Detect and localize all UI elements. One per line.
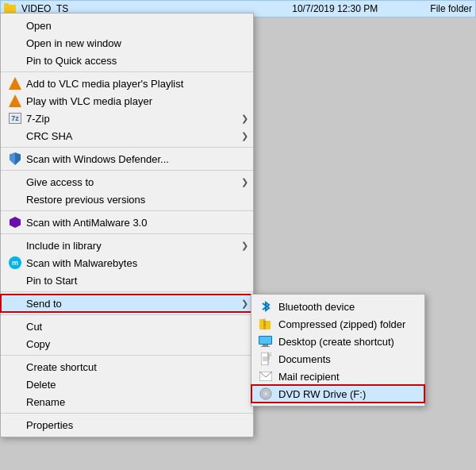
svg-rect-9 — [261, 346, 270, 347]
separator-9 — [1, 413, 253, 414]
mail-label: Mail recipient — [278, 371, 340, 383]
crc-sha-icon — [7, 129, 23, 142]
include-library-icon — [7, 239, 23, 252]
pin-quick-access-icon — [7, 54, 23, 67]
mail-icon — [258, 370, 274, 383]
svg-rect-6 — [263, 324, 266, 326]
vlc-playlist-icon — [7, 77, 23, 90]
submenu-item-compressed[interactable]: Compressed (zipped) folder — [251, 315, 424, 333]
crc-sha-label: CRC SHA — [26, 130, 234, 142]
separator-1 — [1, 71, 253, 72]
restore-versions-label: Restore previous versions — [26, 194, 234, 206]
malwarebytes-icon: m — [7, 256, 23, 269]
scan-defender-label: Scan with Windows Defender... — [26, 153, 234, 165]
file-type: File folder — [430, 3, 472, 14]
open-new-window-label: Open in new window — [26, 37, 234, 49]
menu-item-properties[interactable]: Properties — [1, 416, 253, 433]
add-vlc-playlist-label: Add to VLC media player's Playlist — [26, 78, 234, 90]
separator-5 — [1, 233, 253, 234]
svg-point-19 — [264, 392, 267, 395]
crc-sha-arrow: ❯ — [241, 131, 248, 141]
desktop-shortcut-icon — [258, 335, 274, 348]
include-library-arrow: ❯ — [241, 241, 248, 251]
pin-quick-access-label: Pin to Quick access — [26, 55, 234, 67]
svg-rect-8 — [263, 345, 268, 346]
separator-4 — [1, 210, 253, 211]
send-to-arrow: ❯ — [241, 299, 248, 309]
cut-icon — [7, 320, 23, 333]
pin-start-label: Pin to Start — [26, 275, 234, 287]
menu-item-delete[interactable]: Delete — [1, 376, 253, 393]
properties-icon — [7, 418, 23, 431]
7zip-arrow: ❯ — [241, 114, 248, 124]
menu-item-send-to[interactable]: Send to ❯ — [1, 295, 253, 312]
menu-item-copy[interactable]: Copy — [1, 335, 253, 352]
send-to-icon — [7, 297, 23, 310]
menu-item-scan-antimalware[interactable]: Scan with AntiMalware 3.0 — [1, 214, 253, 231]
dvd-label: DVD RW Drive (F:) — [278, 388, 366, 400]
separator-6 — [1, 291, 253, 292]
send-to-label: Send to — [26, 298, 234, 310]
properties-label: Properties — [26, 419, 234, 431]
include-library-label: Include in library — [26, 240, 234, 252]
submenu-item-bluetooth[interactable]: Bluetooth device — [251, 298, 424, 315]
restore-versions-icon — [7, 193, 23, 206]
copy-icon — [7, 337, 23, 350]
menu-item-restore-versions[interactable]: Restore previous versions — [1, 191, 253, 208]
dvd-icon — [258, 387, 274, 400]
copy-label: Copy — [26, 338, 234, 350]
menu-item-play-vlc[interactable]: Play with VLC media player — [1, 92, 253, 110]
vlc-play-icon — [7, 94, 23, 107]
menu-item-scan-malwarebytes[interactable]: m Scan with Malwarebytes — [1, 254, 253, 272]
delete-label: Delete — [26, 379, 234, 391]
open-new-window-icon — [7, 37, 23, 49]
menu-item-crc-sha[interactable]: CRC SHA ❯ — [1, 127, 253, 144]
menu-item-rename[interactable]: Rename — [1, 393, 253, 410]
open-label: Open — [26, 20, 234, 32]
open-icon — [7, 19, 23, 32]
svg-rect-1 — [4, 3, 9, 6]
separator-3 — [1, 170, 253, 171]
create-shortcut-label: Create shortcut — [26, 361, 234, 373]
separator-2 — [1, 147, 253, 148]
menu-item-pin-quick-access[interactable]: Pin to Quick access — [1, 52, 253, 69]
submenu-item-dvd[interactable]: DVD RW Drive (F:) — [251, 385, 424, 403]
cut-label: Cut — [26, 321, 234, 333]
bluetooth-icon — [258, 300, 274, 313]
menu-item-cut[interactable]: Cut — [1, 318, 253, 335]
compressed-icon — [258, 318, 274, 330]
svg-rect-5 — [263, 321, 266, 322]
menu-item-pin-start[interactable]: Pin to Start — [1, 272, 253, 289]
file-date: 10/7/2019 12:30 PM — [292, 3, 378, 14]
bluetooth-label: Bluetooth device — [278, 301, 355, 313]
separator-7 — [1, 314, 253, 315]
desktop-label: Desktop (create shortcut) — [278, 336, 394, 348]
submenu-item-desktop[interactable]: Desktop (create shortcut) — [251, 333, 424, 350]
menu-item-open-new-window[interactable]: Open in new window — [1, 34, 253, 52]
create-shortcut-icon — [7, 360, 23, 373]
menu-item-give-access[interactable]: Give access to ❯ — [1, 173, 253, 191]
rename-label: Rename — [26, 396, 234, 408]
menu-item-scan-defender[interactable]: Scan with Windows Defender... — [1, 150, 253, 168]
submenu-item-documents[interactable]: Documents — [251, 350, 424, 368]
give-access-icon — [7, 175, 23, 188]
menu-item-create-shortcut[interactable]: Create shortcut — [1, 358, 253, 376]
submenu-item-mail[interactable]: Mail recipient — [251, 368, 424, 385]
documents-icon — [258, 352, 274, 365]
menu-item-open[interactable]: Open — [1, 17, 253, 34]
separator-8 — [1, 355, 253, 356]
give-access-arrow: ❯ — [241, 177, 248, 187]
send-to-submenu: Bluetooth device Compressed (zipped) fol… — [251, 294, 425, 406]
scan-antimalware-label: Scan with AntiMalware 3.0 — [26, 217, 234, 229]
defender-icon — [7, 152, 23, 165]
rename-icon — [7, 395, 23, 408]
7zip-icon: 7z — [7, 112, 23, 125]
give-access-label: Give access to — [26, 176, 234, 188]
menu-item-include-library[interactable]: Include in library ❯ — [1, 237, 253, 254]
menu-item-add-vlc-playlist[interactable]: Add to VLC media player's Playlist — [1, 75, 253, 92]
context-menu: Open Open in new window Pin to Quick acc… — [0, 13, 254, 437]
documents-label: Documents — [278, 353, 331, 365]
scan-malwarebytes-label: Scan with Malwarebytes — [26, 257, 234, 269]
compressed-label: Compressed (zipped) folder — [278, 318, 405, 330]
menu-item-7zip[interactable]: 7z 7-Zip ❯ — [1, 110, 253, 127]
